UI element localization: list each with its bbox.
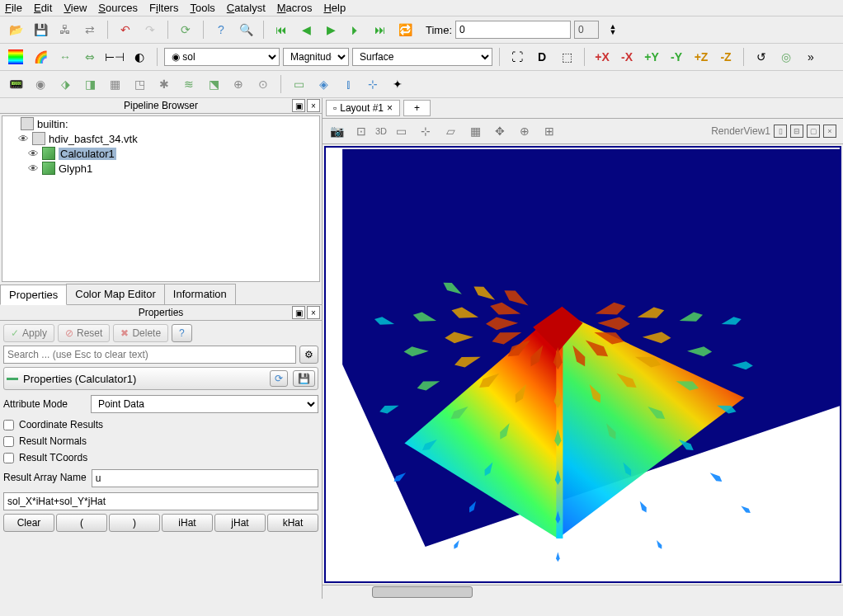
open-icon[interactable]: 📂: [5, 19, 26, 40]
menu-edit[interactable]: Edit: [34, 2, 52, 14]
close-panel-icon[interactable]: ×: [307, 306, 320, 319]
plus-y-icon[interactable]: +Y: [641, 46, 662, 68]
frame-spinner-icon[interactable]: ▲▼: [602, 19, 624, 40]
horizontal-scrollbar[interactable]: [323, 585, 843, 599]
tree-item[interactable]: 👁Calculator1: [2, 146, 319, 161]
histogram-filter-icon[interactable]: ⫿: [337, 73, 359, 95]
calculator-icon[interactable]: 📟: [5, 73, 26, 95]
coord-results-checkbox[interactable]: [3, 420, 14, 430]
capture-icon[interactable]: 📷: [326, 120, 347, 142]
close-view-icon[interactable]: ×: [823, 125, 836, 138]
rotate-view-icon[interactable]: ↺: [751, 46, 772, 68]
menu-view[interactable]: View: [64, 2, 87, 14]
result-normals-checkbox[interactable]: [3, 436, 14, 447]
calc-button[interactable]: kHat: [267, 514, 318, 532]
menu-catalyst[interactable]: Catalyst: [227, 2, 266, 14]
select-frustum-icon[interactable]: ▱: [440, 120, 461, 142]
copy-button-icon[interactable]: ⟳: [270, 370, 288, 387]
maximize-icon[interactable]: ▢: [807, 125, 820, 138]
save-defaults-icon[interactable]: 💾: [293, 370, 315, 387]
redo-icon[interactable]: ↷: [139, 19, 161, 40]
apply-button[interactable]: ✓Apply: [3, 324, 54, 342]
calc-button[interactable]: (: [56, 514, 107, 532]
tab-colormap[interactable]: Color Map Editor: [66, 284, 165, 304]
render-mode-3d[interactable]: 3D: [375, 126, 387, 136]
interactive-select-icon[interactable]: ✥: [489, 120, 511, 142]
play-icon[interactable]: ▶: [320, 19, 341, 40]
tree-item[interactable]: 👁hdiv_basfct_34.vtk: [2, 131, 319, 146]
render-viewport[interactable]: [324, 146, 841, 583]
result-tcoords-checkbox[interactable]: [3, 453, 14, 463]
connect-icon[interactable]: 🖧: [54, 19, 76, 40]
minus-x-icon[interactable]: -X: [616, 46, 638, 68]
section-header[interactable]: Properties (Calculator1) ⟳ 💾: [3, 367, 318, 390]
visibility-icon[interactable]: 👁: [17, 133, 29, 145]
reset-button[interactable]: ⊘Reset: [58, 324, 110, 342]
adjust-icon[interactable]: ⊡: [351, 120, 372, 142]
menu-tools[interactable]: Tools: [190, 2, 214, 14]
component-select[interactable]: Magnitude: [283, 48, 349, 66]
add-layout-button[interactable]: +: [403, 100, 431, 116]
rescale-temporal-icon[interactable]: ⊢⊣: [104, 46, 125, 68]
menu-macros[interactable]: Macros: [277, 2, 313, 14]
tab-properties[interactable]: Properties: [0, 284, 67, 305]
contour-icon[interactable]: ◉: [30, 73, 51, 95]
close-panel-icon[interactable]: ×: [307, 99, 320, 112]
zoom-data-icon[interactable]: D: [531, 46, 553, 68]
calc-button[interactable]: iHat: [162, 514, 213, 532]
first-frame-icon[interactable]: ⏮: [271, 19, 292, 40]
rescale-custom-icon[interactable]: ⇔: [79, 46, 101, 68]
select-block-icon[interactable]: ▦: [464, 120, 486, 142]
clip-icon[interactable]: ⬗: [54, 73, 76, 95]
plus-z-icon[interactable]: +Z: [690, 46, 712, 68]
detach-icon[interactable]: ▣: [292, 306, 305, 319]
hover-point-icon[interactable]: ⊕: [514, 120, 535, 142]
tab-information[interactable]: Information: [164, 284, 236, 304]
extract-level-icon[interactable]: ⊙: [252, 73, 274, 95]
settings-view-icon[interactable]: ◎: [775, 46, 797, 68]
result-array-input[interactable]: [92, 469, 318, 487]
next-frame-icon[interactable]: ⏵: [345, 19, 366, 40]
representation-select[interactable]: Surface: [352, 48, 492, 66]
last-frame-icon[interactable]: ⏭: [370, 19, 391, 40]
zoom-box-icon[interactable]: ⬚: [556, 46, 577, 68]
help-button[interactable]: ?: [172, 324, 192, 342]
calc-button[interactable]: Clear: [3, 514, 54, 532]
help-icon[interactable]: ?: [210, 19, 232, 40]
detach-icon[interactable]: ▣: [292, 99, 305, 112]
probe-icon[interactable]: ⊹: [362, 73, 384, 95]
select-points-icon[interactable]: ⊹: [415, 120, 436, 142]
layout-tab[interactable]: ▫ Layout #1 ×: [326, 100, 400, 116]
advanced-toggle-icon[interactable]: ⚙: [299, 346, 318, 364]
visibility-icon[interactable]: 👁: [27, 162, 39, 175]
select-surface-icon[interactable]: ▭: [390, 120, 412, 142]
visibility-icon[interactable]: 👁: [27, 148, 39, 160]
reset-camera-icon[interactable]: ⛶: [506, 46, 528, 68]
edit-colormap-icon[interactable]: 🌈: [30, 46, 51, 68]
plot-selection-icon[interactable]: ▭: [288, 73, 309, 95]
rescale-range-icon[interactable]: ↔: [54, 46, 76, 68]
minus-y-icon[interactable]: -Y: [666, 46, 687, 68]
prev-frame-icon[interactable]: ◀: [295, 19, 317, 40]
find-data-icon[interactable]: 🔍: [235, 19, 257, 40]
hover-cell-icon[interactable]: ⊞: [539, 120, 560, 142]
color-array-select[interactable]: ◉ sol: [164, 48, 280, 66]
threshold-icon[interactable]: ▦: [104, 73, 125, 95]
warp-icon[interactable]: ⬔: [203, 73, 224, 95]
plot-overtime-icon[interactable]: ◈: [313, 73, 334, 95]
menu-sources[interactable]: Sources: [98, 2, 138, 14]
minus-z-icon[interactable]: -Z: [715, 46, 737, 68]
group-icon[interactable]: ⊕: [228, 73, 249, 95]
frame-input[interactable]: [574, 21, 599, 39]
menu-help[interactable]: Help: [323, 2, 346, 14]
glyph-icon[interactable]: ✱: [153, 73, 175, 95]
scrollbar-thumb[interactable]: [372, 586, 473, 598]
reload-icon[interactable]: ⟳: [175, 19, 196, 40]
undo-icon[interactable]: ↶: [115, 19, 136, 40]
menu-file[interactable]: File: [5, 2, 22, 14]
disconnect-icon[interactable]: ⇄: [79, 19, 101, 40]
split-h-icon[interactable]: ▯: [774, 125, 787, 138]
stream-icon[interactable]: ≋: [178, 73, 200, 95]
tree-root[interactable]: builtin:: [2, 116, 319, 131]
overflow-icon[interactable]: »: [800, 46, 822, 68]
